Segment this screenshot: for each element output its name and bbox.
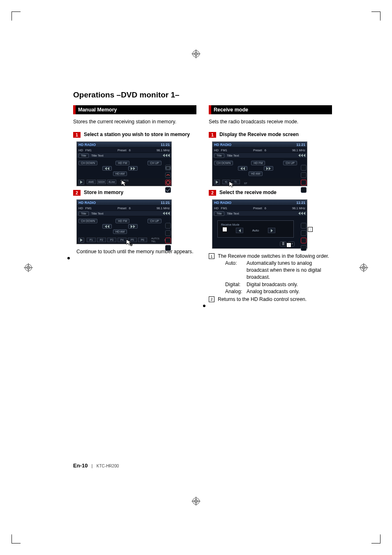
title-button[interactable]: Title bbox=[78, 211, 89, 216]
hd-am-button[interactable]: HD AM bbox=[113, 171, 127, 176]
soft-ame[interactable]: AME bbox=[87, 180, 96, 184]
hd-fm-button[interactable]: HD FM bbox=[115, 161, 129, 165]
step-number: 1 bbox=[73, 132, 81, 138]
side-icon-1[interactable] bbox=[165, 165, 171, 171]
title-button[interactable]: Title bbox=[214, 153, 224, 158]
registration-mark-top bbox=[191, 49, 201, 58]
note1-analog-val: Analog broadcasts only. bbox=[247, 288, 300, 295]
note1-digital-key: Digital: bbox=[225, 281, 244, 288]
preset-number: 6 bbox=[265, 206, 266, 210]
title-text: Title Text bbox=[91, 212, 104, 215]
band-indicator: FM1 bbox=[85, 148, 92, 152]
seek-prev-button[interactable] bbox=[238, 166, 247, 171]
side-icon-3[interactable] bbox=[301, 238, 307, 243]
side-icon-4[interactable] bbox=[301, 187, 307, 193]
preset-p6[interactable]: P6 bbox=[138, 238, 147, 242]
right-column: Receive mode Sets the radio broadcasts r… bbox=[209, 105, 332, 307]
title-button[interactable]: Title bbox=[214, 211, 224, 216]
seek-prev-button[interactable] bbox=[102, 166, 112, 171]
side-icon-2[interactable] bbox=[165, 172, 171, 178]
foot-icon-list[interactable]: ≣ bbox=[280, 241, 286, 247]
side-icon-1[interactable] bbox=[165, 223, 171, 229]
preset-label: Preset bbox=[118, 206, 127, 210]
seek-prev-button[interactable] bbox=[102, 224, 112, 229]
side-icon-2[interactable] bbox=[301, 230, 307, 236]
scroll-left-icon[interactable] bbox=[163, 212, 170, 215]
left-column: Manual Memory Stores the current receivi… bbox=[73, 105, 196, 307]
device-brand: HD RADIO bbox=[214, 143, 231, 147]
hd-indicator: HD bbox=[78, 206, 83, 210]
soft-seek[interactable]: SEEK bbox=[97, 180, 106, 184]
scroll-left-icon[interactable] bbox=[298, 212, 305, 215]
side-icon-1[interactable] bbox=[301, 223, 307, 229]
step-2: 2 Store in memory bbox=[73, 190, 196, 196]
preset-p3[interactable]: P3 bbox=[107, 238, 116, 242]
hd-fm-button[interactable]: HD FM bbox=[115, 219, 129, 223]
play-button[interactable] bbox=[78, 180, 84, 185]
ch-down-button[interactable]: CH DOWN bbox=[78, 219, 97, 223]
side-icon-4[interactable] bbox=[165, 187, 171, 193]
title-text: Title Text bbox=[227, 154, 239, 157]
cursor-icon bbox=[228, 181, 235, 188]
side-icon-2[interactable] bbox=[301, 172, 307, 178]
device-brand: HD RADIO bbox=[214, 201, 231, 205]
scroll-left-icon[interactable] bbox=[298, 154, 305, 157]
hd-fm-button[interactable]: HD FM bbox=[251, 161, 265, 165]
preset-p2[interactable]: P2 bbox=[97, 238, 106, 242]
cursor-icon bbox=[120, 180, 128, 187]
band-indicator: FM1 bbox=[85, 206, 92, 210]
receive-mode-prev[interactable] bbox=[236, 228, 243, 233]
frequency: 98.1 MHz bbox=[292, 206, 305, 210]
callout-1: 1 bbox=[222, 227, 227, 232]
play-button[interactable] bbox=[78, 238, 84, 243]
hd-am-button[interactable]: HD AM bbox=[113, 229, 127, 234]
side-icon-2[interactable] bbox=[165, 230, 171, 236]
note1-auto-key: Auto: bbox=[225, 260, 244, 281]
side-icon-3[interactable] bbox=[165, 238, 171, 243]
device-left-2: HD RADIO 11:21 HD FM1 Preset 6 98.1 MHz … bbox=[76, 199, 172, 244]
crop-mark-tl bbox=[12, 12, 21, 21]
title-text: Title Text bbox=[227, 212, 239, 215]
preset-label: Preset bbox=[253, 148, 262, 152]
page-footer: En-10 | KTC-HR200 bbox=[73, 462, 119, 469]
preset-number: 6 bbox=[129, 206, 131, 210]
section-end-bullet bbox=[203, 305, 205, 307]
frequency: 98.1 MHz bbox=[292, 148, 305, 152]
note-index-1: 1 bbox=[209, 253, 214, 259]
preset-p1[interactable]: P1 bbox=[87, 238, 96, 242]
cursor-icon bbox=[125, 239, 133, 246]
ch-down-button[interactable]: CH DOWN bbox=[78, 161, 97, 165]
auto1-indicator: AUTO1 bbox=[151, 237, 159, 240]
st-indicator: ST bbox=[244, 182, 252, 185]
registration-mark-right bbox=[359, 263, 368, 272]
side-icon-3[interactable] bbox=[165, 180, 171, 185]
device-right-1: HD RADIO 11:21 HD FM1 Preset 6 98.1 MHz … bbox=[212, 141, 307, 186]
ch-down-button[interactable]: CH DOWN bbox=[214, 161, 233, 165]
side-icon-4[interactable] bbox=[301, 245, 307, 251]
side-icon-3[interactable] bbox=[301, 180, 307, 185]
step-1: 1 Display the Receive mode screen bbox=[209, 132, 332, 138]
receive-mode-next[interactable] bbox=[268, 228, 275, 233]
device-brand: HD RADIO bbox=[78, 201, 96, 205]
registration-mark-left bbox=[24, 263, 33, 272]
scroll-left-icon[interactable] bbox=[163, 154, 170, 157]
title-button[interactable]: Title bbox=[78, 153, 89, 158]
seek-next-button[interactable] bbox=[264, 166, 273, 171]
soft-4line[interactable]: 4Line bbox=[107, 180, 116, 184]
note1-auto-val: Automatically tunes to analog broadcast … bbox=[247, 260, 332, 281]
ch-up-button[interactable]: CH UP bbox=[148, 219, 161, 223]
footer-model: KTC-HR200 bbox=[97, 464, 119, 468]
hd-am-button[interactable]: HD AM bbox=[249, 171, 263, 176]
play-button[interactable] bbox=[214, 180, 220, 185]
receive-mode-value: Auto bbox=[247, 229, 264, 232]
side-icon-1[interactable] bbox=[301, 165, 307, 171]
device-right-2: HD RADIO 11:21 HD FM1 Preset 6 98.1 MHz … bbox=[212, 199, 307, 249]
seek-next-button[interactable] bbox=[128, 224, 138, 229]
ch-up-button[interactable]: CH UP bbox=[283, 161, 297, 165]
svg-rect-16 bbox=[166, 167, 170, 169]
side-icon-4[interactable] bbox=[165, 245, 171, 251]
svg-point-17 bbox=[166, 181, 170, 184]
seek-next-button[interactable] bbox=[128, 166, 138, 171]
ch-up-button[interactable]: CH UP bbox=[148, 161, 161, 165]
step-label: Store in memory bbox=[84, 190, 123, 196]
